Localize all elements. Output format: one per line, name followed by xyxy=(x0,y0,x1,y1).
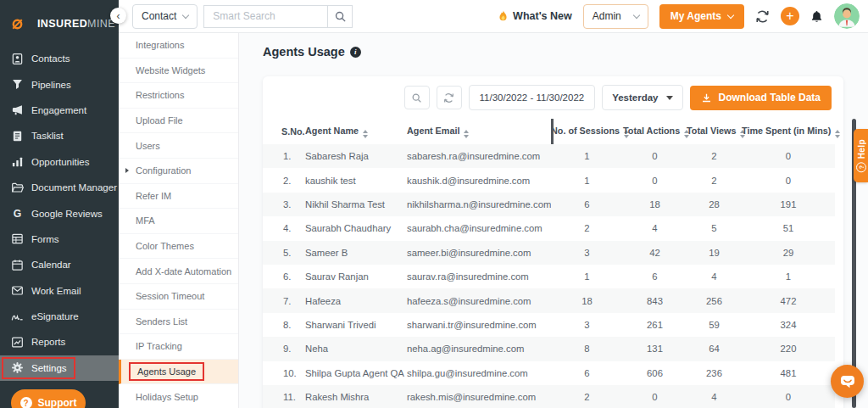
sidebar-item-label: Contacts xyxy=(31,53,70,64)
settings-menu-item-session-timeout[interactable]: Session Timeout xyxy=(119,284,238,310)
sidebar-item-esignature[interactable]: eSignature xyxy=(0,304,119,329)
views-cell: 4 xyxy=(687,265,742,288)
settings-menu-item-label: Upload File xyxy=(136,115,183,126)
table-row[interactable]: 6.Saurav Ranjansaurav.ra@insuredmine.com… xyxy=(263,265,835,288)
help-tab[interactable]: ? Help xyxy=(854,129,868,182)
sidebar-item-settings[interactable]: Settings xyxy=(0,355,119,381)
info-icon[interactable]: i xyxy=(350,47,361,58)
settings-menu-item-restrictions[interactable]: Restrictions xyxy=(119,83,238,109)
sort-asc-arrow xyxy=(464,130,469,133)
table-row[interactable]: 10.Shilpa Gupta Agent QAshilpa.gu@insure… xyxy=(263,361,835,385)
settings-menu-item-ip-tracking[interactable]: IP Tracking xyxy=(119,334,238,360)
my-agents-button[interactable]: My Agents xyxy=(659,4,744,29)
agent-name-cell: Rakesh Mishra xyxy=(305,385,407,408)
calendar-icon xyxy=(10,258,24,271)
agent-name-cell: Sharwani Trivedi xyxy=(305,313,407,337)
chat-widget-button[interactable] xyxy=(831,365,864,398)
actions-cell: 6 xyxy=(623,265,687,288)
contact-type-dropdown[interactable]: Contact xyxy=(132,4,198,29)
opportunities-icon xyxy=(10,155,24,169)
sidebar-item-work-email[interactable]: Work Email xyxy=(0,278,119,304)
table-search-button[interactable] xyxy=(404,86,430,109)
table-row[interactable]: 1.Sabaresh Rajasabaresh.ra@insuredmine.c… xyxy=(263,144,835,168)
sidebar-item-forms[interactable]: Forms xyxy=(0,226,119,252)
actions-cell: 843 xyxy=(623,288,687,312)
settings-menu-item-mfa[interactable]: MFA xyxy=(119,209,238,234)
serial-cell: 2. xyxy=(263,168,305,192)
topbar-actions: What's New Admin My Agents + xyxy=(498,3,860,29)
date-preset-dropdown[interactable]: Yesterday xyxy=(602,85,682,110)
sidebar-item-document-manager[interactable]: Document Manager xyxy=(0,175,119,200)
sidebar-item-inner: GGoogle Reviews xyxy=(2,203,111,225)
sidebar-item-contacts[interactable]: Contacts xyxy=(0,46,119,71)
tasklist-icon xyxy=(10,129,24,143)
settings-menu-item-label: Color Themes xyxy=(136,241,194,251)
column-header-total-actions[interactable]: Total Actions xyxy=(623,119,687,144)
column-header-time-spent-in-mins[interactable]: Time Spent (in Mins) xyxy=(742,119,835,144)
sidebar-item-calendar[interactable]: Calendar xyxy=(0,252,119,277)
whats-new-label: What's New xyxy=(513,10,572,22)
column-header-label: S.No. xyxy=(281,126,305,137)
settings-menu-item-senders-list[interactable]: Senders List xyxy=(119,310,238,335)
settings-menu-item-website-widgets[interactable]: Website Widgets xyxy=(119,59,238,84)
support-button[interactable]: ? Support xyxy=(11,389,86,408)
settings-menu-item-add-x-date-automation[interactable]: Add X-date Automation xyxy=(119,259,238,284)
add-new-button[interactable]: + xyxy=(781,7,799,25)
sidebar-item-label: Forms xyxy=(31,234,59,244)
sidebar-item-tasklist[interactable]: Tasklist xyxy=(0,123,119,148)
table-row[interactable]: 11.Rakesh Mishrarakesh.mis@insuredmine.c… xyxy=(263,385,835,408)
actions-cell: 18 xyxy=(623,193,687,216)
sidebar-collapse-button[interactable]: ‹ xyxy=(110,8,126,24)
column-header-agent-name[interactable]: Agent Name xyxy=(305,119,407,144)
table-row[interactable]: 7.Hafeezahafeeza.s@insuredmine.com188432… xyxy=(263,288,835,312)
settings-menu-item-holidays-setup[interactable]: Holidays Setup xyxy=(119,384,238,408)
sidebar-item-opportunities[interactable]: Opportunities xyxy=(0,149,119,175)
table-row[interactable]: 9.Nehaneha.ag@insuredmine.com813164220 xyxy=(263,337,835,360)
serial-cell: 4. xyxy=(263,216,305,240)
admin-role-dropdown[interactable]: Admin xyxy=(583,4,648,29)
settings-menu-item-users[interactable]: Users xyxy=(119,133,238,159)
settings-menu-item-integrations[interactable]: Integrations xyxy=(119,33,238,59)
date-range-input[interactable]: 11/30/2022 - 11/30/2022 xyxy=(469,85,596,110)
table-refresh-button[interactable] xyxy=(437,86,462,109)
column-header-agent-email[interactable]: Agent Email xyxy=(407,119,551,144)
column-divider[interactable] xyxy=(551,119,554,144)
sidebar-item-google-reviews[interactable]: GGoogle Reviews xyxy=(0,200,119,226)
sidebar-item-reports[interactable]: Reports xyxy=(0,329,119,355)
table-row[interactable]: 2.kaushik testkaushik.d@insuredmine.com1… xyxy=(263,168,835,192)
settings-menu-item-refer-im[interactable]: Refer IM xyxy=(119,184,238,210)
settings-submenu: IntegrationsWebsite WidgetsRestrictionsU… xyxy=(119,33,239,408)
notifications-button[interactable] xyxy=(810,9,823,23)
views-cell: 59 xyxy=(687,313,742,337)
table-row[interactable]: 8.Sharwani Trivedisharwani.tr@insuredmin… xyxy=(263,313,835,337)
agents-usage-table: S.No.Agent NameAgent EmailNo. of Session… xyxy=(263,119,835,408)
brand-logo[interactable]: INSUREDMINE xyxy=(0,0,119,39)
search-button[interactable] xyxy=(327,5,353,28)
sort-icon[interactable] xyxy=(464,130,469,138)
smart-search xyxy=(203,5,353,28)
sidebar-item-pipelines[interactable]: Pipelines xyxy=(0,71,119,97)
smart-search-input[interactable] xyxy=(203,5,327,28)
settings-menu-item-upload-file[interactable]: Upload File xyxy=(119,109,238,134)
settings-menu-item-configuration[interactable]: Configuration xyxy=(119,159,238,184)
refresh-button[interactable] xyxy=(755,9,770,24)
column-header-s-no: S.No. xyxy=(263,119,305,144)
column-header-total-views[interactable]: Total Views xyxy=(687,119,742,144)
sidebar-item-engagement[interactable]: Engagement xyxy=(0,98,119,123)
sidebar-item-inner: Opportunities xyxy=(2,151,97,173)
settings-menu-item-color-themes[interactable]: Color Themes xyxy=(119,234,238,260)
user-avatar[interactable] xyxy=(834,3,860,29)
download-table-data-button[interactable]: Download Table Data xyxy=(690,86,832,110)
table-row[interactable]: 3.Nikhil Sharma Testnikhilsharma.n@insur… xyxy=(263,193,835,216)
table-row[interactable]: 5.Sameer Bsameer.bi@insuredmine.com34219… xyxy=(263,241,835,265)
settings-menu-item-agents-usage[interactable]: Agents Usage xyxy=(119,360,238,385)
sort-icon[interactable] xyxy=(363,130,368,138)
help-tab-label: Help xyxy=(856,139,865,159)
table-row[interactable]: 4.Saurabh Chaudharysaurabh.cha@insuredmi… xyxy=(263,216,835,240)
column-header-no-of-sessions[interactable]: No. of Sessions xyxy=(551,119,623,144)
whats-new-link[interactable]: What's New xyxy=(498,9,572,23)
page-title-row: Agents Usage i xyxy=(263,45,361,59)
agent-email-cell: sabaresh.ra@insuredmine.com xyxy=(407,144,551,168)
sessions-cell: 1 xyxy=(551,265,623,288)
sort-icon[interactable] xyxy=(835,130,840,138)
